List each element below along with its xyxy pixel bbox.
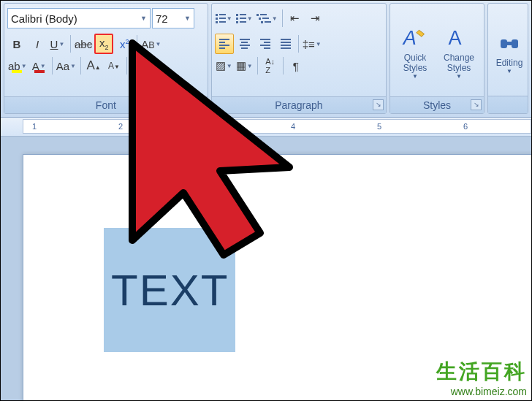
numbering-icon xyxy=(236,14,246,23)
styles-group-label: Styles ↘ xyxy=(390,96,484,113)
italic-icon: I xyxy=(36,38,39,50)
shading-button[interactable]: ▨▼ xyxy=(215,56,234,76)
strikethrough-button[interactable]: abc xyxy=(74,34,93,54)
selected-text-box[interactable]: TEXT xyxy=(104,228,235,352)
horizontal-ruler[interactable]: 1 2 3 4 5 6 xyxy=(1,118,531,137)
chevron-down-icon: ▼ xyxy=(140,15,147,22)
chevron-down-icon: ▼ xyxy=(155,41,162,47)
change-styles-icon: A xyxy=(446,23,472,53)
chevron-down-icon: ▼ xyxy=(226,63,233,69)
group-label-text: Styles xyxy=(423,99,451,111)
eraser-icon: ⌫ xyxy=(132,59,148,72)
justify-button[interactable] xyxy=(276,34,295,54)
ribbon: Calibri (Body) ▼ 72 ▼ B I U▼ abc x2 x2 A… xyxy=(1,1,531,118)
underline-icon: U xyxy=(50,38,58,50)
shrink-font-button[interactable]: A▼ xyxy=(104,56,123,76)
chevron-down-icon: ▼ xyxy=(184,15,191,22)
paragraph-group-label: Paragraph ↘ xyxy=(212,96,386,113)
shading-icon: ▨ xyxy=(216,59,226,72)
decrease-indent-button[interactable]: ⇤ xyxy=(286,8,305,28)
font-color-swatch xyxy=(34,70,45,73)
numbering-button[interactable]: ▼ xyxy=(235,8,254,28)
watermark: 生活百科 www.bimeiz.com xyxy=(436,358,527,397)
ruler-track: 1 2 3 4 5 6 xyxy=(23,119,531,134)
font-dialog-launcher[interactable]: ↘ xyxy=(194,99,205,110)
change-styles-label: Change Styles xyxy=(438,53,480,73)
binoculars-icon xyxy=(498,28,520,58)
styles-dialog-launcher[interactable]: ↘ xyxy=(471,99,482,110)
separator xyxy=(298,35,299,53)
chevron-down-icon: ▼ xyxy=(315,41,322,47)
ruler-mark: 4 xyxy=(291,122,295,131)
chevron-down-icon: ▼ xyxy=(271,15,278,22)
align-left-button[interactable] xyxy=(215,34,234,54)
change-styles-button[interactable]: A Change Styles ▼ xyxy=(437,6,481,94)
group-label-text: Paragraph xyxy=(275,99,322,111)
outdent-icon: ⇤ xyxy=(290,12,300,25)
highlight-button[interactable]: ab▼ xyxy=(7,56,28,76)
grow-font-icon: A▲ xyxy=(86,58,100,73)
separator xyxy=(80,57,81,75)
group-label-text: Font xyxy=(96,99,116,111)
svg-rect-3 xyxy=(512,39,518,48)
sort-icon: A↓Z xyxy=(265,57,275,75)
quick-styles-label: Quick Styles xyxy=(394,53,436,73)
highlight-color-swatch xyxy=(12,70,22,73)
italic-button[interactable]: I xyxy=(28,34,47,54)
ruler-mark: 5 xyxy=(377,122,381,131)
font-group-label: Font ↘ xyxy=(4,96,208,113)
chevron-down-icon: ▼ xyxy=(58,41,65,47)
strikethrough-icon: abc xyxy=(75,38,92,50)
editing-group-label xyxy=(488,96,528,113)
line-spacing-button[interactable]: ‡≡▼ xyxy=(302,34,323,54)
align-center-icon xyxy=(240,39,250,49)
editing-button[interactable]: Editing ▼ xyxy=(491,6,528,93)
line-spacing-icon: ‡≡ xyxy=(303,38,315,50)
document-text: TEXT xyxy=(111,265,229,316)
change-case-button[interactable]: AB▼ xyxy=(140,34,162,54)
separator xyxy=(282,9,283,27)
svg-rect-4 xyxy=(506,42,512,45)
ruler-mark: 1 xyxy=(32,122,37,131)
svg-rect-2 xyxy=(501,39,507,48)
editing-label: Editing xyxy=(496,58,523,68)
font-size-value: 72 xyxy=(156,12,168,25)
subscript-button[interactable]: x2 xyxy=(94,34,113,54)
align-right-button[interactable] xyxy=(256,34,275,54)
sort-button[interactable]: A↓Z xyxy=(261,56,280,76)
justify-icon xyxy=(281,39,291,49)
grow-font-button[interactable]: A▲ xyxy=(84,56,103,76)
chevron-down-icon: ▼ xyxy=(20,63,28,69)
show-marks-button[interactable]: ¶ xyxy=(286,56,305,76)
bold-button[interactable]: B xyxy=(7,34,26,54)
quick-styles-icon: A xyxy=(402,23,428,53)
superscript-button[interactable]: x2 xyxy=(115,34,134,54)
svg-text:A: A xyxy=(449,27,462,49)
borders-button[interactable]: ▦▼ xyxy=(235,56,254,76)
font-name-combo[interactable]: Calibri (Body) ▼ xyxy=(7,8,151,28)
paragraph-group: ▼ ▼ ▼ ⇤ ⇥ ‡≡▼ ▨▼ ▦▼ A↓Z ¶ xyxy=(211,3,387,114)
font-size-combo[interactable]: 72 ▼ xyxy=(152,8,194,28)
chevron-down-icon: ▼ xyxy=(39,63,47,69)
underline-button[interactable]: U▼ xyxy=(48,34,67,54)
styles-group: A Quick Styles ▼ A Change Styles ▼ Style… xyxy=(390,3,484,114)
separator xyxy=(137,35,137,53)
increase-indent-button[interactable]: ⇥ xyxy=(306,8,325,28)
paragraph-dialog-launcher[interactable]: ↘ xyxy=(373,99,384,110)
align-center-button[interactable] xyxy=(235,34,254,54)
editing-group: Editing ▼ xyxy=(487,3,528,114)
multilevel-button[interactable]: ▼ xyxy=(256,8,279,28)
case-menu-button[interactable]: Aa▼ xyxy=(56,56,77,76)
ruler-mark: 6 xyxy=(463,122,468,131)
bullets-button[interactable]: ▼ xyxy=(215,8,234,28)
chevron-down-icon: ▼ xyxy=(246,63,254,69)
chevron-down-icon: ▼ xyxy=(412,73,418,80)
chevron-down-icon: ▼ xyxy=(246,15,254,22)
align-right-icon xyxy=(260,39,270,49)
chevron-down-icon: ▼ xyxy=(506,68,512,75)
align-left-icon xyxy=(219,39,229,49)
bold-icon: B xyxy=(13,38,21,50)
quick-styles-button[interactable]: A Quick Styles ▼ xyxy=(393,6,437,94)
clear-formatting-button[interactable]: ⌫ xyxy=(130,56,149,76)
font-color-button[interactable]: A▼ xyxy=(30,56,49,76)
